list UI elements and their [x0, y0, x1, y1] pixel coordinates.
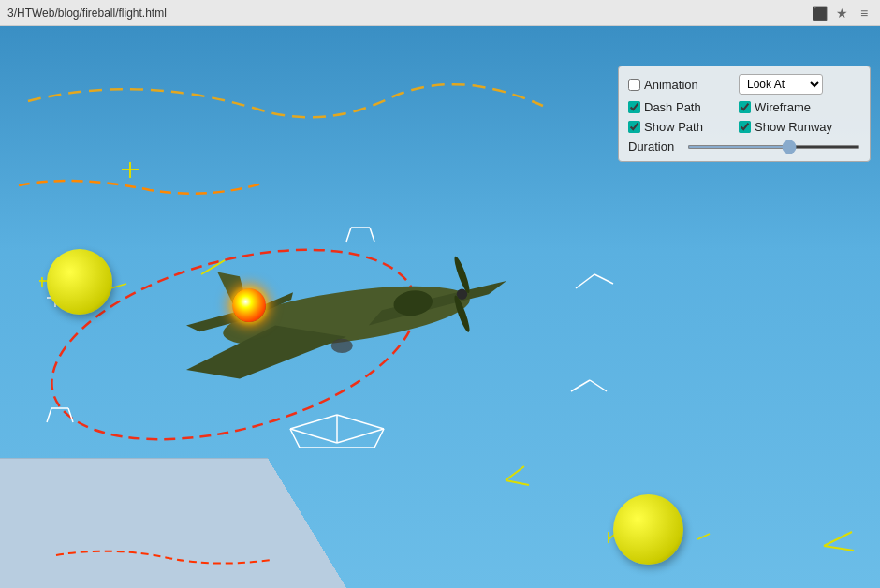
show-path-label: Show Path	[644, 120, 703, 134]
star-icon[interactable]: ★	[833, 5, 850, 22]
dash-path-checkbox-item: Dash Path	[628, 100, 731, 114]
panel-row-showpath-runway: Show Path Show Runway	[628, 120, 860, 134]
duration-label: Duration	[628, 140, 680, 154]
cube-icon[interactable]: ⬛	[811, 5, 828, 22]
browser-bar: 3/HTWeb/blog/fireball/flight.html ⬛ ★ ≡	[0, 0, 880, 26]
show-runway-checkbox-item: Show Runway	[739, 120, 842, 134]
show-runway-label: Show Runway	[755, 120, 832, 134]
control-panel: Animation Look At Follow Fixed Dash Path…	[618, 66, 871, 162]
dash-path-label: Dash Path	[644, 100, 701, 114]
sphere-left	[47, 249, 112, 315]
fireball-explosion	[232, 288, 266, 322]
panel-row-duration: Duration	[628, 140, 860, 154]
menu-icon[interactable]: ≡	[856, 5, 873, 22]
sphere-right	[613, 494, 683, 565]
look-at-dropdown[interactable]: Look At Follow Fixed	[739, 74, 823, 95]
show-path-checkbox[interactable]	[628, 121, 640, 133]
panel-row-animation: Animation Look At Follow Fixed	[628, 74, 860, 95]
show-runway-checkbox[interactable]	[739, 121, 751, 133]
canvas-area: Animation Look At Follow Fixed Dash Path…	[0, 26, 880, 588]
wireframe-checkbox[interactable]	[739, 101, 751, 113]
browser-icons: ⬛ ★ ≡	[811, 5, 873, 22]
wireframe-checkbox-item: Wireframe	[739, 100, 842, 114]
animation-label: Animation	[644, 78, 698, 92]
dash-path-checkbox[interactable]	[628, 101, 640, 113]
wireframe-label: Wireframe	[755, 100, 811, 114]
url-bar[interactable]: 3/HTWeb/blog/fireball/flight.html	[7, 7, 803, 20]
animation-checkbox[interactable]	[628, 79, 640, 91]
show-path-checkbox-item: Show Path	[628, 120, 731, 134]
duration-slider[interactable]	[687, 145, 860, 149]
panel-row-dash-wireframe: Dash Path Wireframe	[628, 100, 860, 114]
animation-checkbox-item: Animation	[628, 78, 731, 92]
